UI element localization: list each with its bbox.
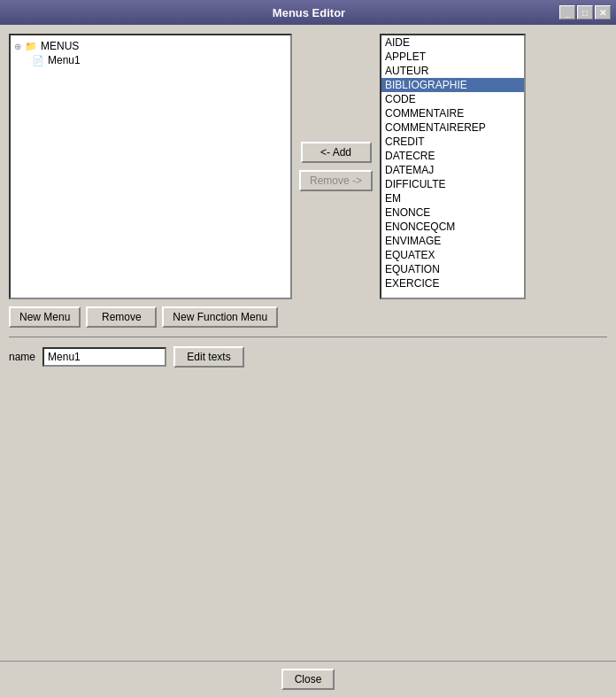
close-button[interactable]: ✕ — [595, 5, 611, 19]
tree-child-label: Menu1 — [48, 54, 81, 66]
list-item[interactable]: BIBLIOGRAPHIE — [381, 78, 524, 92]
tree-child: 📄 Menu1 — [32, 53, 287, 67]
list-item[interactable]: EQUATION — [381, 262, 524, 276]
list-item[interactable]: COMMENTAIRE — [381, 106, 524, 120]
pin-icon: ⊕ — [14, 42, 21, 51]
main-row: ⊕ 📁 MENUS 📄 Menu1 <- Add Remove -> AIDEA… — [9, 34, 607, 299]
tree-root-label: MENUS — [41, 40, 79, 52]
list-item[interactable]: AIDE — [381, 35, 524, 50]
list-item[interactable]: DATEMAJ — [381, 163, 524, 177]
window-content: ⊕ 📁 MENUS 📄 Menu1 <- Add Remove -> AIDEA… — [0, 25, 616, 661]
list-item[interactable]: ENONCEQCM — [381, 220, 524, 234]
list-panel[interactable]: AIDEAPPLETAUTEURBIBLIOGRAPHIECODECOMMENT… — [380, 34, 526, 299]
window-title: Menus Editor — [58, 6, 559, 19]
middle-controls: <- Add Remove -> — [299, 34, 373, 299]
window-controls[interactable]: _ □ ✕ — [559, 5, 611, 19]
name-row: name Edit texts — [9, 346, 607, 368]
button-row: New Menu Remove New Function Menu — [9, 306, 607, 328]
remove-main-button[interactable]: Remove — [86, 306, 157, 328]
tree-root-item[interactable]: ⊕ 📁 MENUS — [14, 39, 287, 53]
name-label: name — [9, 351, 35, 363]
tree-child-item[interactable]: 📄 Menu1 — [32, 53, 287, 67]
maximize-button[interactable]: □ — [577, 5, 593, 19]
folder-icon: 📁 — [25, 41, 37, 52]
new-function-menu-button[interactable]: New Function Menu — [162, 306, 278, 328]
list-item[interactable]: CODE — [381, 92, 524, 106]
list-item[interactable]: COMMENTAIREREP — [381, 120, 524, 135]
new-menu-button[interactable]: New Menu — [9, 306, 81, 328]
edit-texts-button[interactable]: Edit texts — [173, 346, 244, 368]
bottom-bar: Close — [0, 661, 616, 697]
list-item[interactable]: EM — [381, 191, 524, 205]
remove-button[interactable]: Remove -> — [299, 170, 373, 191]
list-item[interactable]: CREDIT — [381, 135, 524, 149]
list-item[interactable]: AUTEUR — [381, 64, 524, 78]
list-item[interactable]: APPLET — [381, 50, 524, 64]
list-item[interactable]: EQUATEX — [381, 248, 524, 262]
doc-icon: 📄 — [32, 55, 44, 66]
add-button[interactable]: <- Add — [301, 142, 372, 163]
name-input[interactable] — [42, 347, 166, 367]
divider — [9, 337, 607, 337]
list-item[interactable]: DIFFICULTE — [381, 177, 524, 191]
tree-panel[interactable]: ⊕ 📁 MENUS 📄 Menu1 — [9, 34, 292, 299]
titlebar: Menus Editor _ □ ✕ — [0, 0, 616, 25]
close-main-button[interactable]: Close — [281, 669, 335, 690]
minimize-button[interactable]: _ — [559, 5, 575, 19]
list-item[interactable]: DATECRE — [381, 149, 524, 163]
list-item[interactable]: ENONCE — [381, 205, 524, 220]
tree-root: ⊕ 📁 MENUS 📄 Menu1 — [14, 39, 287, 67]
list-item[interactable]: EXERCICE — [381, 276, 524, 290]
list-item[interactable]: ENVIMAGE — [381, 234, 524, 248]
